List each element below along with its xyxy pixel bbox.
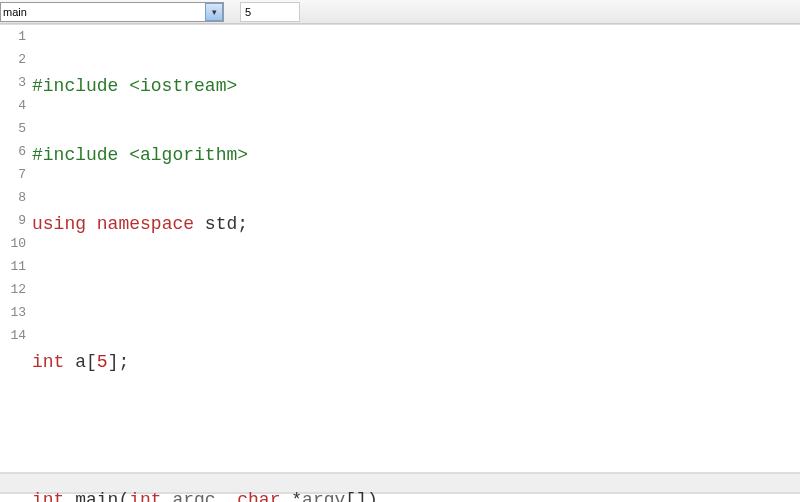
line-indicator-field[interactable]: 5 [240, 2, 300, 22]
chevron-down-icon[interactable]: ▾ [205, 3, 223, 21]
code-line: int main(int argc, char *argv[]) [32, 489, 800, 502]
line-number: 14 [0, 328, 30, 351]
code-editor[interactable]: 1234567891011121314 #include <iostream> … [0, 24, 800, 454]
line-number: 8 [0, 190, 30, 213]
line-number: 11 [0, 259, 30, 282]
code-area[interactable]: #include <iostream> #include <algorithm>… [32, 29, 800, 502]
code-line: #include <algorithm> [32, 144, 800, 167]
line-number: 2 [0, 52, 30, 75]
line-number-gutter: 1234567891011121314 [0, 25, 30, 454]
line-number: 9 [0, 213, 30, 236]
line-number: 4 [0, 98, 30, 121]
code-line: int a[5]; [32, 351, 800, 374]
line-number: 5 [0, 121, 30, 144]
line-number: 1 [0, 29, 30, 52]
code-line [32, 282, 800, 305]
line-number: 10 [0, 236, 30, 259]
code-line [32, 420, 800, 443]
line-number: 7 [0, 167, 30, 190]
function-dropdown-value: main [3, 6, 27, 18]
editor-toolbar: main ▾ 5 [0, 0, 800, 24]
code-line: using namespace std; [32, 213, 800, 236]
line-number: 6 [0, 144, 30, 167]
function-dropdown[interactable]: main ▾ [0, 2, 224, 22]
line-indicator-value: 5 [245, 6, 251, 18]
line-number: 12 [0, 282, 30, 305]
line-number: 3 [0, 75, 30, 98]
line-number: 13 [0, 305, 30, 328]
code-line: #include <iostream> [32, 75, 800, 98]
